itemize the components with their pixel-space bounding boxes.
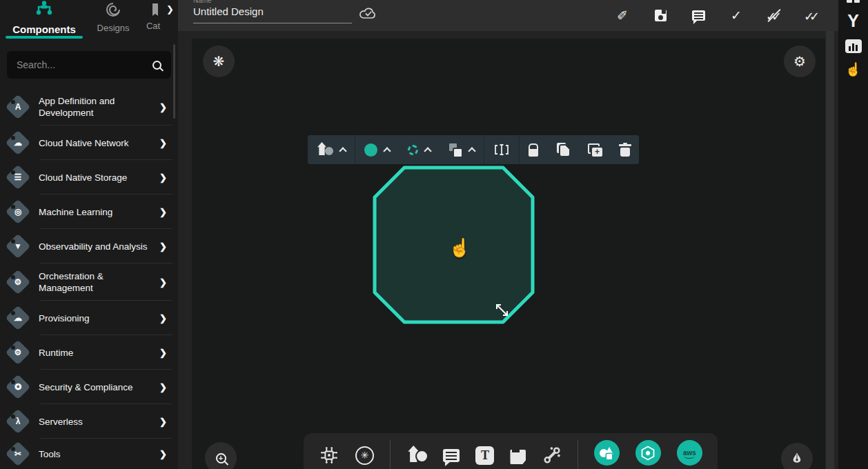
chevron-right-icon: ❯ [159,138,167,148]
machine-learning-tag-icon: ◎ [6,199,30,224]
category-tools[interactable]: ✂ Tools ❯ [0,439,178,469]
network-tag-icon: ☁ [6,130,30,155]
design-header: Name ✐ ✓ ✓✓ ✓✓ [178,0,838,31]
chevron-right-icon: ❯ [159,449,167,459]
shape-context-toolbar: + [308,135,639,164]
aws-button[interactable]: aws [677,440,702,466]
tab-components[interactable]: Components [0,0,88,35]
shape-picker-dropdown[interactable] [308,135,355,164]
provisioning-tag-icon: ☁ [6,306,30,330]
pen-tool-button[interactable] [781,443,813,469]
sidebar-scrollbar[interactable] [173,44,175,119]
runtime-tag-icon: ⚙ [6,340,30,365]
edge-tool-button[interactable] [542,440,562,469]
edit-button[interactable]: ✐ [614,8,631,24]
category-serverless[interactable]: λ Serverless ❯ [0,404,178,439]
sticky-note-icon [510,450,526,464]
tab-catalog-label: Cat [146,21,160,31]
chevron-up-icon [339,147,346,154]
search-icon[interactable] [152,61,161,70]
freeze-layout-button[interactable]: ❋ [203,46,235,77]
observability-tag-icon: ▼ [6,234,30,259]
done-all-button[interactable]: ✓✓ [804,8,820,24]
chevron-right-icon: ❯ [159,102,167,112]
search-input[interactable] [17,59,152,70]
tab-designs-label: Designs [97,23,130,33]
category-provisioning[interactable]: ☁ Provisioning ❯ [0,301,178,335]
delete-button[interactable] [611,135,639,164]
zoom-in-button[interactable]: + [205,442,237,469]
category-label: Observability and Analysis [39,241,159,252]
duplicate-button[interactable]: + [579,135,611,164]
comment-button[interactable] [690,8,707,24]
right-toolbar: Y ☝ [838,0,868,469]
meshery-shapes-button[interactable] [594,440,620,466]
chevron-right-icon: ❯ [159,382,167,392]
cloud-saved-icon [359,6,378,23]
touch-interaction-icon[interactable]: ☝ [845,61,862,77]
text-tool-button[interactable]: T [475,440,494,469]
rename-button[interactable] [484,135,519,164]
sidebar-tabs: Components Designs Cat ❯ [0,0,178,40]
tab-designs[interactable]: Designs [88,0,138,33]
arrange-dropdown[interactable] [440,135,484,164]
designs-icon [105,1,121,21]
kubernetes-button[interactable]: ✳ [355,440,374,469]
duplicate-plus-icon: + [588,143,602,157]
lock-icon [529,149,538,157]
category-orchestration[interactable]: ⚙ Orchestration & Management ❯ [0,263,178,301]
category-app-definition[interactable]: A App Definition and Development ❯ [0,88,178,126]
category-label: Security & Compliance [39,381,159,393]
design-canvas[interactable]: ❋ ⚙ ☝ [192,39,825,469]
category-label: Cloud Native Network [39,137,159,149]
tab-catalog[interactable]: Cat [138,0,168,31]
chevron-up-icon [468,147,475,154]
resize-handle[interactable] [494,302,511,321]
name-field-label: Name [193,0,212,4]
comment-icon [692,10,705,21]
chevron-right-icon: ❯ [159,277,167,288]
category-cloud-native-storage[interactable]: ☰ Cloud Native Storage ❯ [0,160,178,194]
chevron-up-icon [424,147,431,154]
comment-icon [443,449,460,462]
category-security[interactable]: ✪ Security & Compliance ❯ [0,370,178,404]
serverless-tag-icon: λ [6,409,30,434]
merge-y-icon[interactable]: Y [847,11,859,31]
save-button[interactable] [652,8,669,24]
chevron-right-icon: ❯ [159,348,167,358]
category-runtime[interactable]: ⚙ Runtime ❯ [0,335,178,370]
stroke-style-dropdown[interactable] [399,135,440,164]
lock-button[interactable] [520,135,547,164]
app-definition-tag-icon: A [6,94,30,119]
shapes-icon [406,446,427,465]
rename-icon [493,143,510,156]
hexagon-models-button[interactable] [635,440,661,466]
remove-done-button[interactable]: ✓✓ [766,8,782,24]
dashboard-icon[interactable] [847,0,860,3]
hexagon-icon [640,445,656,461]
active-tab-indicator [6,36,83,39]
chevron-right-icon: ❯ [159,417,167,427]
category-cloud-native-network[interactable]: ☁ Cloud Native Network ❯ [0,126,178,160]
validate-button[interactable]: ✓ [728,8,744,24]
vertical-scrollbar[interactable] [826,31,834,469]
category-label: Machine Learning [39,206,159,218]
chevron-right-icon: ❯ [159,313,167,323]
category-machine-learning[interactable]: ◎ Machine Learning ❯ [0,194,178,229]
components-sidebar: Components Designs Cat ❯ A App Definitio… [0,0,178,469]
note-tool-button[interactable] [510,440,526,469]
copy-button[interactable] [547,135,579,164]
tabs-scroll-right-icon[interactable]: ❯ [166,4,174,14]
component-search [7,51,171,79]
canvas-settings-button[interactable]: ⚙ [784,46,816,77]
chart-panel-icon[interactable] [845,39,862,53]
fill-color-dropdown[interactable] [355,135,399,164]
comment-tool-button[interactable] [443,440,460,469]
category-label: App Definition and Development [39,95,159,119]
design-name-input[interactable] [193,6,352,23]
component-node-button[interactable] [319,440,339,469]
category-observability[interactable]: ▼ Observability and Analysis ❯ [0,229,178,263]
text-icon: T [475,446,494,465]
category-list: A App Definition and Development ❯ ☁ Clo… [0,88,178,469]
shapes-button[interactable] [406,440,427,469]
